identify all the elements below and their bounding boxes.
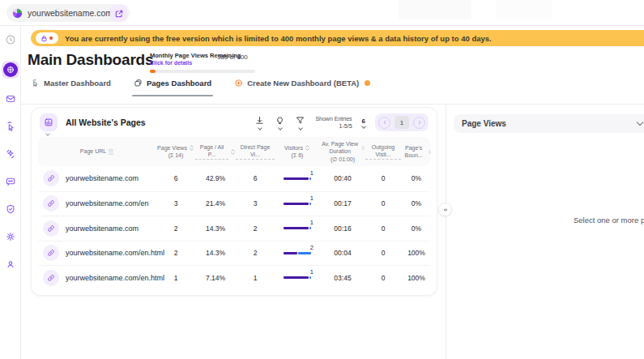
open-site-button[interactable] [110,5,127,22]
chevron-down-icon [278,126,283,130]
prev-page-button[interactable] [378,117,390,129]
sidebar-item-feedback[interactable] [2,173,19,190]
site-favicon [12,8,23,19]
resize-horizontal-icon [441,206,450,214]
column-options-icon [108,148,114,156]
current-page[interactable]: 1 [395,116,409,129]
link-icon [47,224,55,233]
table-row[interactable]: yourwebsitename.com642.9%6100:4000% [38,166,430,191]
quota-details-link[interactable]: Click for details [150,60,192,66]
table-row[interactable]: yourwebsitename.com/en321.4%3100:1700% [38,191,430,216]
cell-direct-page-views: 1 [236,274,275,282]
quota-value: 385 of 400 [217,53,248,61]
tab-create-new-dashboard[interactable]: Create New Dashboard (BETA) [234,79,370,89]
column-header-url[interactable]: Page URL [38,147,156,155]
shown-entries: Shown Entries 1-5/5 [315,115,352,130]
table-row[interactable]: yourwebsitename.com/en.html214.3%2200:04… [38,241,430,266]
open-page-link-button[interactable] [43,170,59,186]
panel-empty-message: Select one or more pages to v [574,216,644,224]
sidebar-item-insights[interactable] [2,145,19,163]
column-label: Visitors [284,144,303,152]
pages-copy-icon [134,79,143,88]
lightbulb-icon [275,115,285,126]
column-label: Av. Page View Duration [320,140,360,155]
column-label: Direct Page Vi... [236,143,275,160]
cell-page-all-pages: 14.3% [195,224,236,233]
filter-button[interactable] [295,115,305,130]
sidebar-item-settings[interactable] [2,228,19,246]
table-row[interactable]: yourwebsitename.com214.3%2100:1600% [38,216,430,241]
page-views-panel-header[interactable]: Page Views [454,114,644,133]
link-icon [47,249,55,257]
visitors-bar [284,203,311,205]
panel-title: Page Views [462,119,506,128]
column-header-page_views[interactable]: Page Views(Σ 14) [156,144,195,159]
sidebar-item-interactions[interactable] [2,118,19,135]
sidebar-item-inbox[interactable] [2,90,19,108]
cell-visitors: 1 [275,276,320,279]
open-page-link-button[interactable] [43,195,59,212]
bar-chart-badge-icon [44,118,53,127]
column-header-duration[interactable]: Av. Page View Duration(∅ 01:00) [320,140,365,162]
visitors-bar-segment [284,227,309,229]
cell-page-views: 2 [156,249,195,257]
table-type-button[interactable] [40,113,58,131]
column-header-visitors[interactable]: Visitors(Σ 6) [275,144,320,159]
chevron-down-icon [361,124,366,129]
visitors-bar-segment [309,276,311,279]
sidebar-item-dashboards[interactable] [2,61,19,79]
table-card-header: All Website's Pages [32,108,437,137]
tab-label: Master Dashboard [44,79,111,88]
site-selector-label: yourwebsitename.com [28,8,113,18]
sidebar-item-history[interactable] [2,31,19,49]
sidebar [0,26,21,359]
page-url-text: yourwebsitename.com [66,224,139,233]
column-header-bounce[interactable]: Page's Boun... [401,144,432,159]
column-header-outgoing: Outgoing Visit... [365,143,401,160]
cell-direct-page-views: 2 [236,224,275,233]
open-page-link-button[interactable] [43,270,59,286]
column-header-page_all[interactable]: Page / All P... [195,143,236,160]
open-page-link-button[interactable] [43,245,59,261]
dashboard-tabs: Master Dashboard Pages Dashboard Create … [31,79,370,89]
app-root: yourwebsitename.com [0,0,644,359]
table-row[interactable]: yourwebsitename.com/en.html17.14%1103:45… [38,265,430,290]
visitors-bar-segment [309,227,311,229]
column-sublabel: (Σ 6) [292,152,304,159]
link-icon [47,199,55,207]
sidebar-item-verification[interactable] [2,200,19,218]
sidebar-item-account[interactable] [2,255,19,273]
cell-page-url: yourwebsitename.com/en [38,195,156,212]
cell-page-all-pages: 42.9% [195,174,236,182]
quota-progress-fill [150,70,156,73]
visitors-bar [284,227,311,229]
person-pin-icon [5,259,16,270]
export-button[interactable] [254,115,265,130]
shown-entries-value: 1-5/5 [339,122,352,130]
open-page-link-button[interactable] [43,220,59,237]
next-page-button[interactable] [413,117,425,129]
cell-outgoing-visitors: 0 [365,274,401,282]
cell-avg-duration: 00:04 [320,249,365,257]
tab-master-dashboard[interactable]: Master Dashboard [31,79,111,89]
dashboards-icon [3,62,18,77]
panel-resize-button[interactable] [438,203,452,216]
pages-table-card: All Website's Pages [31,107,437,296]
cell-page-views: 2 [156,224,195,233]
filter-funnel-icon [295,115,305,126]
sort-icon [305,144,310,152]
cell-visitors: 1 [275,203,320,205]
cell-page-views: 1 [156,274,195,282]
cell-outgoing-visitors: 0 [365,174,401,182]
content-area: All Website's Pages [21,104,644,359]
cell-direct-page-views: 2 [236,249,275,257]
insights-button[interactable] [275,115,285,130]
history-clock-icon [5,34,16,45]
visitors-bar-segment [309,203,311,205]
page-url-text: yourwebsitename.com/en [66,199,149,207]
page-size-selector[interactable]: 6 [362,118,365,128]
visitors-bar-segment [284,276,309,279]
cell-outgoing-visitors: 0 [365,199,401,207]
topbar-placeholder-block-2 [496,0,552,19]
tab-pages-dashboard[interactable]: Pages Dashboard [134,79,211,89]
